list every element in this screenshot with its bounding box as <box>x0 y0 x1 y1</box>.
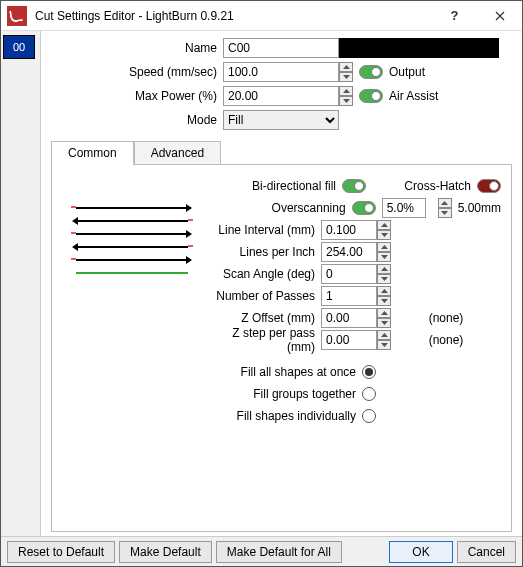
passes-input[interactable] <box>321 286 377 306</box>
zstep-input[interactable] <box>321 330 377 350</box>
make-default-button[interactable]: Make Default <box>119 541 212 563</box>
power-label: Max Power (%) <box>51 89 223 103</box>
make-default-all-button[interactable]: Make Default for All <box>216 541 342 563</box>
reset-default-button[interactable]: Reset to Default <box>7 541 115 563</box>
footer: Reset to Default Make Default Make Defau… <box>1 536 522 566</box>
angle-spinner[interactable] <box>377 264 391 284</box>
air-assist-label: Air Assist <box>389 89 438 103</box>
zstep-label: Z step per pass (mm) <box>202 326 321 354</box>
interval-spinner[interactable] <box>377 220 391 240</box>
crosshatch-label: Cross-Hatch <box>366 179 477 193</box>
overscan-pct-input[interactable] <box>382 198 426 218</box>
tab-body-common: Bi-directional fill Cross-Hatch <box>51 165 512 532</box>
zoff-spinner[interactable] <box>377 308 391 328</box>
fill-individual-radio[interactable] <box>362 409 376 423</box>
overscan-toggle[interactable] <box>352 201 376 215</box>
overscan-pct-spinner[interactable] <box>438 198 452 218</box>
app-icon <box>7 6 27 26</box>
mode-label: Mode <box>51 113 223 127</box>
titlebar: Cut Settings Editor - LightBurn 0.9.21 ? <box>1 1 522 31</box>
tab-advanced[interactable]: Advanced <box>134 141 221 164</box>
overscan-mm: 5.00mm <box>452 201 501 215</box>
lpi-input[interactable] <box>321 242 377 262</box>
lpi-label: Lines per Inch <box>202 245 321 259</box>
speed-spinner[interactable] <box>339 62 353 82</box>
crosshatch-toggle[interactable] <box>477 179 501 193</box>
layer-color-preview <box>339 38 499 58</box>
air-assist-toggle[interactable] <box>359 89 383 103</box>
bidir-toggle[interactable] <box>342 179 366 193</box>
zoff-extra: (none) <box>391 311 501 325</box>
output-label: Output <box>389 65 425 79</box>
zoff-input[interactable] <box>321 308 377 328</box>
lpi-spinner[interactable] <box>377 242 391 262</box>
zstep-extra: (none) <box>391 333 501 347</box>
fill-groups-label: Fill groups together <box>62 387 362 401</box>
output-toggle[interactable] <box>359 65 383 79</box>
zstep-spinner[interactable] <box>377 330 391 350</box>
layer-rail: 00 <box>1 31 41 536</box>
window-title: Cut Settings Editor - LightBurn 0.9.21 <box>33 9 432 23</box>
scan-preview <box>72 203 192 283</box>
speed-input[interactable] <box>223 62 339 82</box>
zoff-label: Z Offset (mm) <box>202 311 321 325</box>
overscan-label: Overscanning <box>202 201 352 215</box>
power-input[interactable] <box>223 86 339 106</box>
fill-groups-radio[interactable] <box>362 387 376 401</box>
tab-common[interactable]: Common <box>51 141 134 164</box>
passes-spinner[interactable] <box>377 286 391 306</box>
name-label: Name <box>51 41 223 55</box>
fill-all-radio[interactable] <box>362 365 376 379</box>
fill-individual-label: Fill shapes individually <box>62 409 362 423</box>
name-input[interactable] <box>223 38 339 58</box>
ok-button[interactable]: OK <box>389 541 452 563</box>
bidir-label: Bi-directional fill <box>62 179 342 193</box>
close-button[interactable] <box>477 1 522 31</box>
layer-swatch-00[interactable]: 00 <box>3 35 35 59</box>
help-button[interactable]: ? <box>432 1 477 31</box>
speed-label: Speed (mm/sec) <box>51 65 223 79</box>
angle-label: Scan Angle (deg) <box>202 267 321 281</box>
angle-input[interactable] <box>321 264 377 284</box>
tab-strip: Common Advanced <box>51 141 512 165</box>
cancel-button[interactable]: Cancel <box>457 541 516 563</box>
passes-label: Number of Passes <box>202 289 321 303</box>
power-spinner[interactable] <box>339 86 353 106</box>
mode-select[interactable]: Fill <box>223 110 339 130</box>
interval-input[interactable] <box>321 220 377 240</box>
interval-label: Line Interval (mm) <box>202 223 321 237</box>
fill-all-label: Fill all shapes at once <box>62 365 362 379</box>
